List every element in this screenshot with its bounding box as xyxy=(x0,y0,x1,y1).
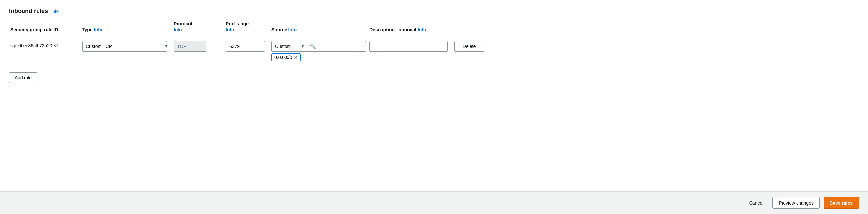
cell-description xyxy=(368,41,453,52)
cell-protocol xyxy=(172,41,224,52)
type-select[interactable]: Custom TCP Custom UDP Custom ICMP All tr… xyxy=(82,41,167,52)
source-tag-chip: 0.0.0.0/0 ✕ xyxy=(272,54,301,61)
delete-button[interactable]: Delete xyxy=(454,41,484,52)
source-content: Custom Anywhere-IPv4 Anywhere-IPv6 My IP… xyxy=(272,41,367,61)
cell-type: Custom TCP Custom UDP Custom ICMP All tr… xyxy=(81,41,172,52)
source-tag-value: 0.0.0.0/0 xyxy=(274,55,292,60)
col-title-protocol: Protocol xyxy=(174,21,223,26)
port-range-input[interactable] xyxy=(226,41,265,52)
panel-title-row: Inbound rules Info xyxy=(9,8,859,15)
col-header-type: Type Info xyxy=(81,27,172,32)
inbound-rules-panel: Inbound rules Info Security group rule I… xyxy=(0,0,868,191)
col-title-port-range: Port range xyxy=(226,21,269,26)
port-range-info-link[interactable]: Info xyxy=(226,27,269,32)
protocol-input xyxy=(174,41,206,52)
table-row: sgr-00ec86cfb72a20f87 Custom TCP Custom … xyxy=(9,36,859,66)
footer-bar: Cancel Preview changes Save rules xyxy=(0,191,868,214)
col-header-description: Description - optional Info xyxy=(368,27,453,32)
col-header-source: Source Info xyxy=(270,27,368,32)
panel-title: Inbound rules xyxy=(9,8,48,15)
col-title-rule-id: Security group rule ID xyxy=(10,27,80,32)
source-search-input[interactable] xyxy=(307,41,366,52)
col-header-port-range: Port range Info xyxy=(224,21,270,32)
description-input[interactable] xyxy=(369,41,448,52)
cell-port-range xyxy=(224,41,270,52)
cell-source: Custom Anywhere-IPv4 Anywhere-IPv6 My IP… xyxy=(270,41,368,61)
rule-id-value: sgr-00ec86cfb72a20f87 xyxy=(10,41,80,48)
add-rule-button[interactable]: Add rule xyxy=(9,72,37,83)
cell-delete: Delete xyxy=(453,41,486,52)
source-select[interactable]: Custom Anywhere-IPv4 Anywhere-IPv6 My IP xyxy=(272,41,307,52)
source-tag-remove-button[interactable]: ✕ xyxy=(294,55,298,60)
cancel-button[interactable]: Cancel xyxy=(744,198,769,208)
save-rules-button[interactable]: Save rules xyxy=(824,197,859,209)
panel-info-link[interactable]: Info xyxy=(51,9,59,14)
type-select-wrapper: Custom TCP Custom UDP Custom ICMP All tr… xyxy=(82,41,171,52)
add-rule-section: Add rule xyxy=(9,72,859,83)
col-title-source: Source xyxy=(272,27,287,32)
col-header-rule-id: Security group rule ID xyxy=(9,27,81,32)
col-title-type: Type xyxy=(82,27,93,32)
source-input-row: Custom Anywhere-IPv4 Anywhere-IPv6 My IP… xyxy=(272,41,367,52)
source-select-wrapper: Custom Anywhere-IPv4 Anywhere-IPv6 My IP… xyxy=(272,41,307,52)
col-header-protocol: Protocol Info xyxy=(172,21,224,32)
cell-rule-id: sgr-00ec86cfb72a20f87 xyxy=(9,41,81,48)
description-info-link[interactable]: Info xyxy=(418,27,426,32)
protocol-info-link[interactable]: Info xyxy=(174,27,223,32)
col-title-description: Description - optional xyxy=(369,27,416,32)
table-header: Security group rule ID Type Info Protoco… xyxy=(9,21,859,35)
source-search-wrapper: 🔍 xyxy=(307,41,367,52)
preview-changes-button[interactable]: Preview changes xyxy=(772,197,820,209)
type-info-link[interactable]: Info xyxy=(94,27,102,32)
source-info-link[interactable]: Info xyxy=(288,27,297,32)
